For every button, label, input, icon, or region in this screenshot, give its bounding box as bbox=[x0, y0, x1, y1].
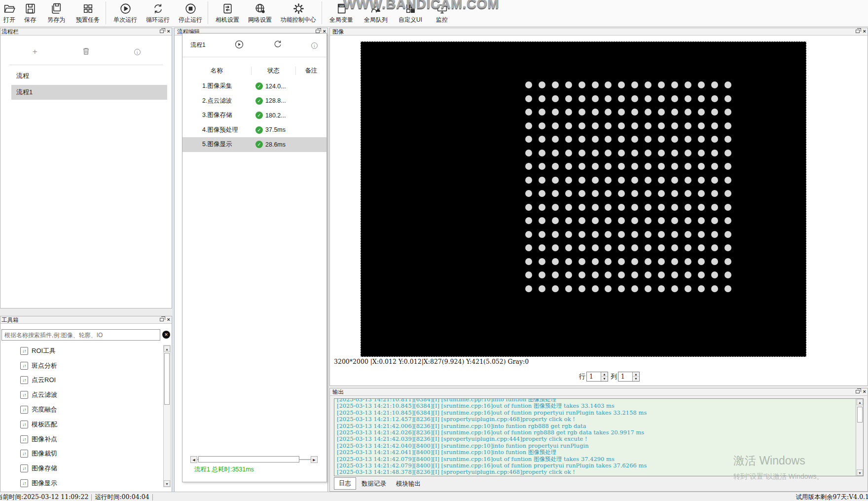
flow-step-row[interactable]: 3.图像存储 ✓ 180.2... bbox=[182, 108, 326, 123]
plugin-search-input[interactable] bbox=[1, 329, 160, 341]
spin-up-icon[interactable]: ▲ bbox=[633, 372, 639, 377]
close-icon[interactable]: × bbox=[167, 29, 170, 34]
tab-data-record[interactable]: 数据记录 bbox=[357, 478, 391, 490]
toolbox-item[interactable]: ↓↑ 模板匹配 bbox=[0, 417, 162, 432]
calibration-dot bbox=[525, 285, 532, 292]
toolbox-item[interactable]: ↓↑ 点云ROI bbox=[0, 373, 162, 388]
spin-up-icon[interactable]: ▲ bbox=[601, 372, 608, 377]
toolbar-item-save[interactable]: 保存 bbox=[20, 0, 40, 27]
log-line: [2025-03-13 14:21:42.039][8236][I] [spro… bbox=[337, 436, 863, 442]
close-icon[interactable]: × bbox=[863, 29, 866, 34]
run-flow-button[interactable] bbox=[234, 39, 244, 51]
flow-edit-hscrollbar[interactable]: ◀ ▶ bbox=[190, 456, 318, 463]
flow-step-row[interactable]: 2.点云滤波 ✓ 128.8... bbox=[182, 94, 326, 109]
calibration-dot bbox=[565, 244, 572, 251]
status-bar-left: 当前时间:2025-03-12 11:09:22 运行时间:00:04:04 bbox=[0, 493, 156, 501]
toolbar-item-save-as[interactable]: 另存为 bbox=[42, 0, 70, 27]
scroll-down-icon[interactable]: ▼ bbox=[857, 469, 863, 476]
calibration-dot bbox=[525, 95, 532, 102]
column-status: 状态 bbox=[252, 67, 296, 75]
toolbox-item[interactable]: ↓↑ 图像存储 bbox=[0, 461, 162, 476]
float-button[interactable] bbox=[316, 30, 320, 33]
calibration-dot bbox=[631, 81, 638, 88]
calibration-dot bbox=[671, 163, 678, 170]
calibration-dot bbox=[539, 217, 545, 224]
calibration-dot bbox=[658, 271, 665, 278]
calibration-dot bbox=[631, 177, 638, 184]
toolbox-scrollbar[interactable]: ▲ ▼ bbox=[163, 345, 171, 487]
search-clear-icon[interactable]: ✕ bbox=[162, 331, 170, 339]
toolbar-item-open[interactable]: 打开 bbox=[0, 0, 19, 27]
tab-log[interactable]: 日志 bbox=[334, 477, 356, 490]
calibration-dot bbox=[579, 177, 585, 184]
calibration-dot bbox=[711, 204, 718, 211]
scroll-right-icon[interactable]: ▶ bbox=[311, 456, 318, 463]
toolbox-item[interactable]: ↓↑ 图像补点 bbox=[0, 432, 162, 447]
float-button[interactable] bbox=[160, 318, 164, 321]
toolbar-item-network-settings[interactable]: 网络设置 bbox=[245, 0, 275, 27]
delete-flow-button[interactable] bbox=[76, 47, 96, 57]
toolbox-item[interactable]: ↓↑ 亮度融合 bbox=[0, 402, 162, 417]
scroll-up-icon[interactable]: ▲ bbox=[857, 399, 863, 405]
toolbox-item[interactable]: ↓↑ 图像裁切 bbox=[0, 447, 162, 462]
calibration-dot bbox=[645, 244, 651, 251]
scrollbar-thumb[interactable] bbox=[198, 456, 299, 462]
flow-info-button[interactable]: i bbox=[127, 48, 147, 55]
scrollbar-thumb[interactable] bbox=[857, 407, 863, 423]
col-spinner[interactable]: 1 ▲ ▼ bbox=[618, 372, 640, 382]
calibration-dot bbox=[658, 190, 665, 197]
toolbar-item-camera-settings[interactable]: 相机设置 bbox=[212, 0, 243, 27]
close-icon[interactable]: × bbox=[167, 317, 170, 322]
tab-module-output[interactable]: 模块输出 bbox=[392, 478, 425, 490]
flow-step-row[interactable]: 5.图像显示 ✓ 28.6ms bbox=[182, 137, 326, 152]
toolbar-item-preset-tasks[interactable]: 预置任务 bbox=[72, 0, 104, 27]
calibration-dot bbox=[552, 271, 559, 278]
toolbox-item[interactable]: ↓↑ ROI工具 bbox=[0, 344, 162, 358]
calibration-dot bbox=[525, 271, 532, 278]
scroll-left-icon[interactable]: ◀ bbox=[190, 456, 197, 463]
row-spinner[interactable]: 1 ▲ ▼ bbox=[586, 372, 608, 382]
calibration-dot bbox=[552, 177, 559, 184]
float-button[interactable] bbox=[856, 390, 860, 393]
float-button[interactable] bbox=[856, 30, 860, 33]
calibration-dot bbox=[539, 109, 545, 116]
calibration-dot bbox=[605, 163, 612, 170]
toolbox-item[interactable]: ↓↑ 图像显示 bbox=[0, 476, 162, 491]
add-flow-button[interactable]: + bbox=[25, 47, 45, 57]
calibration-dot bbox=[658, 231, 665, 238]
toolbar-item-stop[interactable]: 停止运行 bbox=[175, 0, 206, 27]
float-button[interactable] bbox=[160, 30, 164, 33]
calibration-dot bbox=[618, 136, 625, 143]
spin-down-icon[interactable]: ▼ bbox=[633, 377, 639, 381]
flow-list-item[interactable]: 流程1 bbox=[11, 85, 167, 100]
run-once-icon bbox=[119, 1, 132, 15]
calibration-dot bbox=[592, 217, 599, 224]
calibration-dot bbox=[698, 244, 705, 251]
plugin-sort-icon: ↓↑ bbox=[20, 376, 28, 384]
refresh-flow-button[interactable] bbox=[273, 39, 283, 51]
toolbar-item-run-loop[interactable]: 循环运行 bbox=[143, 0, 173, 27]
flow-step-row[interactable]: 4.图像预处理 ✓ 37.5ms bbox=[182, 123, 326, 138]
spin-down-icon[interactable]: ▼ bbox=[601, 377, 608, 381]
toolbox-item[interactable]: ↓↑ 斑点分析 bbox=[0, 358, 162, 373]
image-viewport[interactable] bbox=[361, 41, 806, 357]
calibration-dot bbox=[552, 190, 559, 197]
toolbar-item-function-center[interactable]: 功能控制中心 bbox=[277, 0, 320, 27]
calibration-dot bbox=[724, 204, 731, 211]
flow-edit-card: 流程1 i 名称 状态 备注 1.图像采集 ✓ 124.0... bbox=[182, 33, 327, 482]
calibration-dot bbox=[592, 190, 599, 197]
flow-info-button[interactable]: i bbox=[311, 42, 318, 49]
calibration-dot bbox=[645, 204, 651, 211]
scrollbar-thumb[interactable] bbox=[164, 353, 170, 405]
close-icon[interactable]: × bbox=[863, 389, 866, 394]
toolbar-item-run-once[interactable]: 单次运行 bbox=[110, 0, 141, 27]
calibration-dot bbox=[565, 258, 572, 265]
scroll-up-icon[interactable]: ▲ bbox=[164, 346, 170, 352]
calibration-dot bbox=[525, 136, 532, 143]
log-scrollbar[interactable]: ▲ ▼ bbox=[856, 399, 863, 476]
flow-step-row[interactable]: 1.图像采集 ✓ 124.0... bbox=[182, 79, 326, 94]
calibration-dot bbox=[525, 231, 532, 238]
scroll-down-icon[interactable]: ▼ bbox=[164, 480, 170, 487]
toolbox-item[interactable]: ↓↑ 点云滤波 bbox=[0, 387, 162, 402]
calibration-dot bbox=[565, 136, 572, 143]
